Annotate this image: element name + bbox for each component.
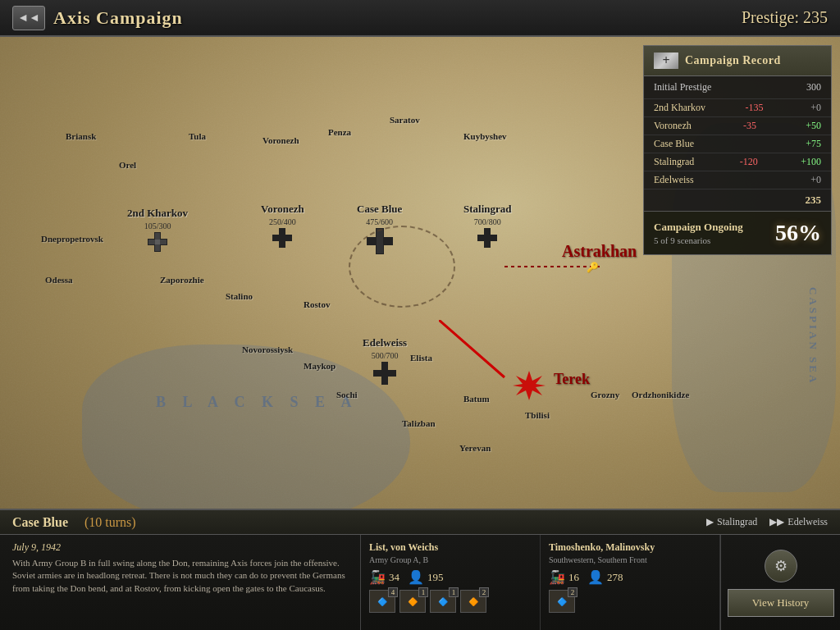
battle-description: With Army Group B in full swing along th… (12, 557, 348, 595)
location-caseblue: Case Blue 475/600 (357, 203, 402, 256)
city-yerevan: Yerevan (459, 443, 491, 453)
infantry-count-1: 195 (427, 571, 444, 584)
astrakhan-label: Astrakhan (562, 242, 637, 261)
location-stalingrad: Stalingrad 700/800 (463, 203, 512, 249)
commander1-name: List, von Weichs (369, 541, 532, 554)
action-panel: ⚙ View History (721, 535, 840, 630)
black-sea-label: B L A C K S E A (156, 394, 358, 411)
infantry-count-2: 278 (607, 571, 623, 584)
svg-marker-16 (513, 371, 546, 400)
svg-rect-5 (272, 235, 292, 241)
status-percent: 56% (775, 220, 821, 246)
city-rostov: Rostov (304, 299, 330, 309)
scenario-row-voronezh: Voronezh -35 +50 (644, 117, 831, 135)
equip-1-1: 🔷 4 (369, 590, 395, 613)
scenario-row-kharkov: 2nd Kharkov -135 +0 (644, 99, 831, 117)
initial-prestige-value: 300 (806, 81, 821, 94)
prestige-label: Prestige: (742, 8, 799, 26)
status-left: Campaign Ongoing 5 of 9 scenarios (654, 221, 743, 245)
svg-rect-4 (279, 228, 285, 248)
flag-icon (654, 52, 678, 69)
scenario-turns-label: (10 turns) (84, 515, 136, 530)
caspian-sea-label: CASPIAN SEA (806, 287, 819, 385)
svg-line-15 (439, 320, 504, 377)
nav-arrow-icon: ▶ (706, 516, 714, 528)
nav-double-arrow-icon: ▶▶ (769, 516, 784, 528)
city-orel: Orel (119, 160, 136, 170)
equip-1-2: 🔶 1 (399, 590, 426, 613)
tank-icon-2: 🚂 (549, 569, 565, 585)
nav-next-stalingrad[interactable]: ▶ Stalingrad (706, 516, 757, 528)
view-history-label: View History (752, 596, 810, 609)
back-button[interactable]: ◄◄ (12, 6, 45, 30)
svg-rect-0 (154, 232, 161, 252)
settings-button[interactable]: ⚙ (765, 550, 797, 582)
initial-prestige-label: Initial Prestige (654, 81, 711, 94)
tank-count-1: 34 (389, 571, 399, 584)
city-grozny: Grozny (591, 390, 619, 399)
city-tula: Tula (189, 131, 206, 141)
game-title: Axis Campaign (53, 7, 183, 29)
svg-rect-6 (376, 228, 384, 254)
dotted-path: 🔑 (504, 258, 603, 275)
svg-rect-8 (377, 229, 383, 253)
equip-1-3: 🔷 1 (430, 590, 456, 613)
commander1-equipment: 🔷 4 🔶 1 🔷 1 🔶 2 (369, 590, 532, 613)
status-title: Campaign Ongoing (654, 221, 743, 234)
location-voronezh: Voronezh 250/400 (261, 203, 304, 249)
header-left: ◄◄ Axis Campaign (12, 6, 183, 30)
city-tbilisi: Tbilisi (525, 410, 550, 420)
commander-panel-2: Timoshenko, Malinovsky Southwestern, Sou… (541, 535, 720, 630)
scenario-name-label: Case Blue (12, 515, 68, 530)
city-dnepr: Dnepropetrovsk (41, 234, 103, 244)
location-edelweiss: Edelweiss 500/700 (363, 336, 407, 386)
explosion-marker (513, 369, 546, 402)
nav-next-edelweiss[interactable]: ▶▶ Edelweiss (769, 516, 828, 528)
campaign-panel: Campaign Record Initial Prestige 300 2nd… (643, 45, 832, 255)
back-icon: ◄◄ (17, 11, 40, 25)
commander-panel-1: List, von Weichs Army Group A, B 🚂 34 👤 … (361, 535, 541, 630)
commander1-title: Army Group A, B (369, 555, 532, 564)
nav-stalingrad-label: Stalingrad (717, 516, 757, 528)
tank-group-1: 🚂 34 (369, 569, 399, 585)
description-panel: July 9, 1942 With Army Group B in full s… (0, 535, 361, 630)
infantry-group-2: 👤 278 (587, 569, 623, 585)
nav-arrows: ▶ Stalingrad ▶▶ Edelweiss (706, 516, 828, 528)
battle-circle (349, 226, 455, 308)
city-batum: Batum (463, 394, 490, 404)
scenario-title-bar: Case Blue (10 turns) ▶ Stalingrad ▶▶ Ede… (0, 510, 840, 535)
equip-2-1: 🔷 2 (549, 590, 575, 613)
settings-icon: ⚙ (774, 557, 788, 575)
panel-title: Campaign Record (685, 54, 781, 67)
tank-group-2: 🚂 16 (549, 569, 579, 585)
prestige-display: Prestige: 235 (742, 8, 828, 27)
city-briansk: Briansk (66, 131, 96, 141)
terek-label: Terek (554, 371, 590, 388)
infantry-icon-1: 👤 (408, 569, 424, 585)
total-row: 235 (644, 189, 831, 212)
battle-date: July 9, 1942 (12, 541, 348, 554)
scenario-row-caseblue: Case Blue +75 (644, 135, 831, 153)
city-saratov: Saratov (390, 115, 420, 125)
city-elista: Elista (410, 353, 432, 363)
campaign-panel-header: Campaign Record (644, 46, 831, 76)
scenario-row-stalingrad: Stalingrad -120 +100 (644, 153, 831, 171)
svg-rect-3 (148, 240, 167, 244)
initial-prestige-row: Initial Prestige 300 (644, 76, 831, 99)
svg-rect-11 (381, 362, 388, 385)
total-value: 235 (806, 194, 822, 207)
nav-edelweiss-label: Edelweiss (788, 516, 828, 528)
tank-count-2: 16 (568, 571, 579, 584)
commander2-name: Timoshenko, Malinovsky (549, 541, 711, 554)
infantry-icon-2: 👤 (587, 569, 604, 585)
city-penza: Penza (328, 127, 351, 137)
commander2-stats: 🚂 16 👤 278 (549, 569, 711, 585)
bottom-bar: Case Blue (10 turns) ▶ Stalingrad ▶▶ Ede… (0, 509, 840, 630)
city-samara: Kuybyshev (463, 131, 507, 141)
bottom-content: July 9, 1942 With Army Group B in full s… (0, 535, 840, 630)
prestige-value: 235 (803, 8, 828, 26)
tank-icon-1: 🚂 (369, 569, 386, 585)
city-zaporozhie: Zaporozhie (160, 275, 204, 285)
view-history-button[interactable]: View History (728, 589, 834, 617)
city-voronezh-small: Voronezh (262, 135, 299, 145)
